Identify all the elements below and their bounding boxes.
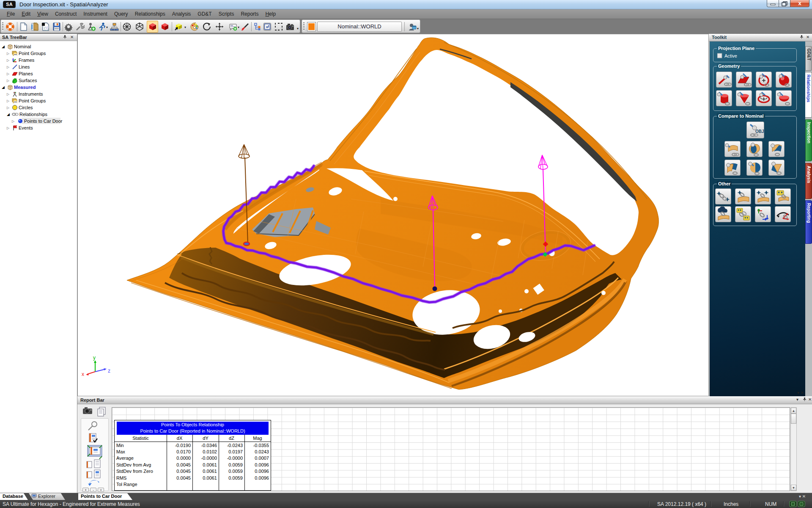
svg-text:y: y <box>93 355 96 361</box>
svg-text:z: z <box>108 368 110 374</box>
svg-text:x: x <box>82 371 84 377</box>
svg-text:OBJ: OBJ <box>755 129 764 134</box>
svg-text:Active: Active <box>724 53 737 58</box>
